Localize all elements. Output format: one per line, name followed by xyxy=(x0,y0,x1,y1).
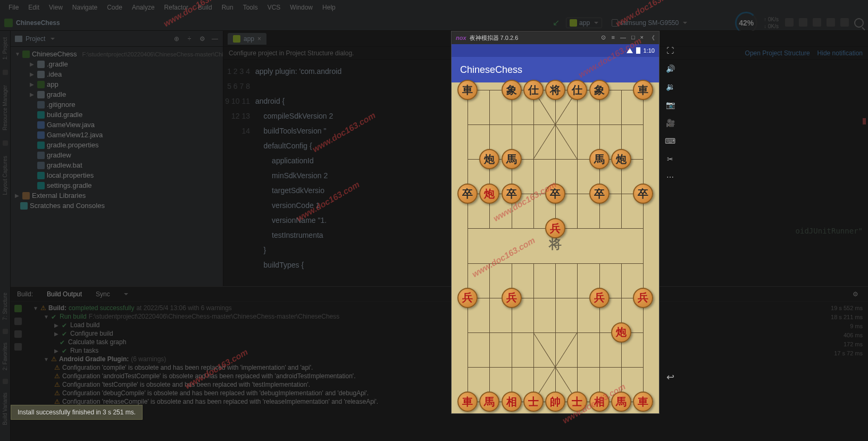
chess-piece[interactable]: 仕 xyxy=(567,80,587,100)
gear-icon[interactable]: ⚙ xyxy=(847,287,864,301)
menu-edit[interactable]: Edit xyxy=(24,2,44,13)
toolbar-icon-3[interactable] xyxy=(813,18,821,27)
chess-piece[interactable]: 炮 xyxy=(611,322,631,343)
tree-item[interactable]: ▶.idea xyxy=(11,69,223,79)
build-tab-build[interactable]: Build: xyxy=(15,288,35,300)
filter-icon[interactable] xyxy=(14,318,22,325)
chess-piece[interactable]: 馬 xyxy=(611,392,631,412)
menu-view[interactable]: View xyxy=(45,2,67,13)
toolbar-icon-4[interactable] xyxy=(827,18,835,27)
toolbar-icon-1[interactable] xyxy=(785,18,794,27)
gutter-layout[interactable]: Layout Captures xyxy=(2,154,8,197)
chess-piece[interactable]: 将 xyxy=(545,80,565,100)
emu-settings-icon[interactable]: ⊙ xyxy=(601,34,606,42)
build-warning-row[interactable]: ⚠Configuration 'androidTestCompile' is o… xyxy=(26,372,820,380)
chess-piece[interactable]: 卒 xyxy=(545,184,565,204)
chess-piece[interactable]: 車 xyxy=(457,392,478,412)
chess-piece[interactable]: 相 xyxy=(502,392,522,412)
gutter-icon[interactable] xyxy=(3,140,8,146)
build-tree[interactable]: ▼ ⚠ Build: completed successfully at 202… xyxy=(26,302,820,441)
chess-piece[interactable]: 炮 xyxy=(479,149,499,169)
menu-run[interactable]: Run xyxy=(218,2,238,13)
breadcrumb-project[interactable]: ChineseChess xyxy=(16,19,60,27)
chess-piece[interactable]: 卒 xyxy=(457,184,478,204)
tree-item[interactable]: GameView.java xyxy=(11,120,223,130)
chess-piece[interactable]: 兵 xyxy=(502,288,522,308)
tree-root[interactable]: ▼ ChineseChess F:\studentproject\2022040… xyxy=(11,49,223,59)
gear-icon[interactable]: ⚙ xyxy=(198,35,206,43)
chess-piece[interactable]: 象 xyxy=(502,80,522,100)
scissors-icon[interactable]: ✂ xyxy=(665,154,675,164)
emu-collapse-icon[interactable]: 《 xyxy=(649,34,655,42)
build-warning-row[interactable]: ⚠Configuration 'compile' is obsolete and… xyxy=(26,363,820,372)
toolbar-icon-5[interactable] xyxy=(840,18,849,27)
gutter-icon[interactable] xyxy=(3,329,8,334)
menu-build[interactable]: Build xyxy=(194,2,216,13)
chess-board[interactable]: 車象仕将仕象車炮馬馬炮卒炮卒卒卒卒兵将兵兵兵兵炮車馬相士帥士相馬車 xyxy=(452,82,659,413)
menu-code[interactable]: Code xyxy=(103,2,127,13)
build-warning-row[interactable]: ⚠Configuration 'debugCompile' is obsolet… xyxy=(26,389,820,397)
project-tree[interactable]: ▼ ChineseChess F:\studentproject\2022040… xyxy=(11,47,223,286)
chess-piece[interactable]: 車 xyxy=(633,80,653,100)
gutter-favorites[interactable]: 2: Favorites xyxy=(2,340,8,372)
device-selector[interactable]: samsung SM-G9550 xyxy=(608,18,690,28)
more-icon[interactable]: ⋯ xyxy=(665,172,675,182)
open-project-structure-link[interactable]: Open Project Structure xyxy=(745,49,810,57)
menu-vcs[interactable]: VCS xyxy=(263,2,285,13)
chess-piece[interactable]: 炮 xyxy=(479,184,499,204)
expand-icon[interactable]: ÷ xyxy=(186,35,193,43)
chess-piece[interactable]: 馬 xyxy=(502,149,522,169)
collapse-icon[interactable]: — xyxy=(211,35,219,43)
chess-piece[interactable]: 相 xyxy=(589,392,610,412)
tree-item[interactable]: ▶.gradle xyxy=(11,59,223,69)
menu-refactor[interactable]: Refactor xyxy=(160,2,193,13)
chess-piece[interactable]: 士 xyxy=(567,392,587,412)
project-title[interactable]: Project xyxy=(26,35,45,43)
chess-piece[interactable]: 仕 xyxy=(523,80,544,100)
chevron-down-icon[interactable] xyxy=(124,293,128,295)
gutter-structure[interactable]: 7: Structure xyxy=(2,290,8,322)
fullscreen-icon[interactable]: ⛶ xyxy=(665,46,675,55)
tree-item[interactable]: settings.gradle xyxy=(11,180,223,190)
screenshot-icon[interactable]: 📷 xyxy=(665,100,675,110)
chess-piece[interactable]: 車 xyxy=(457,80,478,100)
chess-piece[interactable]: 卒 xyxy=(502,184,522,204)
tree-scratch[interactable]: Scratches and Consoles xyxy=(11,201,223,211)
tree-item[interactable]: gradle.properties xyxy=(11,140,223,150)
menu-navigate[interactable]: Navigate xyxy=(68,2,102,13)
tree-item[interactable]: build.gradle xyxy=(11,110,223,120)
tree-item[interactable]: GameView12.java xyxy=(11,130,223,140)
editor-tab-app[interactable]: app × xyxy=(228,33,266,45)
close-icon[interactable]: × xyxy=(257,35,261,43)
toolbar-icon-2[interactable] xyxy=(799,18,807,27)
tree-item[interactable]: .gitignore xyxy=(11,99,223,110)
gutter-build-variants[interactable]: Build Variants xyxy=(2,390,8,427)
tree-item[interactable]: ▶app xyxy=(11,79,223,89)
emu-minimize-icon[interactable]: — xyxy=(620,34,626,42)
chess-piece[interactable]: 馬 xyxy=(479,392,499,412)
menu-tools[interactable]: Tools xyxy=(239,2,262,13)
chess-piece[interactable]: 士 xyxy=(523,392,544,412)
hide-notification-link[interactable]: Hide notification xyxy=(817,49,863,57)
gutter-resource[interactable]: Resource Manager xyxy=(2,83,8,132)
emu-maximize-icon[interactable]: □ xyxy=(631,34,635,42)
locate-icon[interactable]: ⊕ xyxy=(173,35,180,43)
search-icon[interactable] xyxy=(854,18,864,28)
chess-piece[interactable]: 車 xyxy=(633,392,653,412)
chess-piece[interactable]: 卒 xyxy=(633,184,653,204)
rerun-icon[interactable] xyxy=(14,305,22,312)
gutter-icon[interactable] xyxy=(3,70,8,75)
error-stripe[interactable] xyxy=(863,118,866,124)
menu-help[interactable]: Help xyxy=(318,2,340,13)
build-tab-sync[interactable]: Sync xyxy=(94,288,112,300)
tree-ext-lib[interactable]: ▶ External Libraries xyxy=(11,190,223,201)
emulator-screen[interactable]: 1:10 ChineseChess 車象仕将仕象車炮馬馬炮卒炮卒卒卒卒兵将兵兵兵… xyxy=(452,44,659,413)
print-icon[interactable] xyxy=(14,330,22,338)
chess-piece[interactable]: 卒 xyxy=(589,184,610,204)
chess-piece[interactable]: 兵 xyxy=(457,288,478,308)
chess-piece[interactable]: 兵 xyxy=(589,288,610,308)
sync-icon[interactable]: ↙ xyxy=(553,18,560,28)
chess-piece[interactable]: 象 xyxy=(589,80,610,100)
menu-file[interactable]: File xyxy=(4,2,23,13)
tree-item[interactable]: gradlew.bat xyxy=(11,160,223,170)
